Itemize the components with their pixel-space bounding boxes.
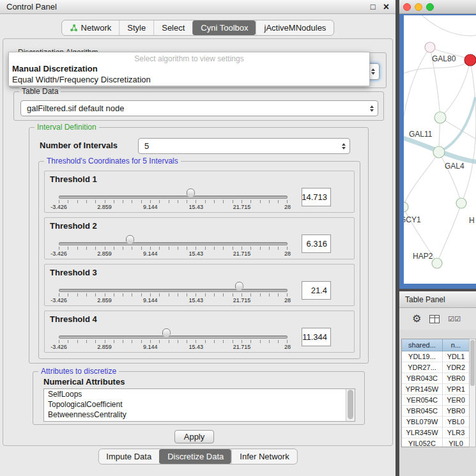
attribute-item[interactable]: SelfLoops — [44, 389, 355, 399]
table-row[interactable]: YER054CYER0 — [402, 395, 470, 406]
table-cell: YBL0 — [443, 417, 470, 427]
numerical-attributes-list[interactable]: SelfLoopsTopologicalCoefficientBetweenne… — [43, 388, 355, 422]
table-cell: YBR0 — [443, 373, 470, 384]
tab-style[interactable]: Style — [119, 20, 153, 35]
node-label: GAL4 — [445, 162, 464, 171]
gear-icon[interactable]: ⚙ — [412, 314, 421, 324]
slider-thumb[interactable] — [187, 188, 195, 199]
network-node[interactable] — [425, 42, 435, 52]
cyni-toolbox-panel: Discretization Algorithm Select algorith… — [3, 38, 393, 446]
network-node[interactable] — [404, 202, 408, 212]
tab-label: Style — [127, 23, 146, 33]
float-window-icon[interactable]: □ — [371, 3, 376, 11]
numerical-attributes-label: Numerical Attributes — [43, 377, 125, 387]
table-row[interactable]: YBL079WYBL0 — [402, 417, 470, 427]
network-node[interactable] — [464, 54, 476, 66]
tab-label: Cyni Toolbox — [201, 23, 248, 33]
table-row[interactable]: YLR345WYLR3 — [402, 427, 470, 438]
threshold-value-field[interactable]: 21.4 — [302, 281, 331, 300]
network-node[interactable] — [433, 146, 445, 158]
table-cell: YLR3 — [443, 427, 470, 438]
tab-label: Select — [162, 23, 185, 33]
scale-tick-label: -3.426 — [50, 344, 67, 350]
interval-definition-group: Interval Definition Number of Intervals … — [29, 127, 369, 364]
table-scrollbar[interactable] — [469, 339, 476, 447]
tab-discretize-data[interactable]: Discretize Data — [159, 449, 231, 464]
thresholds-group: Threshold's Coordinates for 5 Intervals … — [38, 161, 360, 359]
table-cell: YPR145W — [402, 384, 443, 395]
panel-title: Control Panel — [6, 2, 57, 12]
table-row[interactable]: YPR145WYPR1 — [402, 384, 470, 395]
network-node[interactable] — [456, 198, 466, 208]
combo-value: galFiltered.sif default node — [27, 104, 124, 113]
select-checkboxes-icon[interactable]: ☑☑ — [448, 315, 461, 323]
scale-tick-label: 9.144 — [143, 344, 158, 350]
network-node[interactable] — [432, 258, 442, 268]
num-intervals-label: Number of Intervals — [40, 141, 118, 150]
scale-tick-label: 15.43 — [189, 297, 204, 303]
dropdown-option-equal-width[interactable]: Equal Width/Frequency Discretization — [9, 74, 369, 85]
apply-button[interactable]: Apply — [174, 430, 214, 443]
table-row[interactable]: YBR043CYBR0 — [402, 373, 470, 384]
threshold-panel: Threshold 4 -3.4262.8599.14415.4321.7152… — [44, 311, 355, 353]
table-row[interactable]: YDR27...YDR2 — [402, 362, 470, 373]
threshold-slider[interactable] — [59, 289, 288, 292]
mac-close-button[interactable] — [403, 3, 411, 11]
tab-jactivemnodules[interactable]: jActiveMNodules — [256, 20, 334, 35]
slider-thumb[interactable] — [235, 282, 243, 292]
dropdown-option-manual[interactable]: Manual Discretization — [9, 63, 369, 74]
threshold-slider[interactable] — [59, 242, 288, 245]
tab-cyni-toolbox[interactable]: Cyni Toolbox — [192, 20, 256, 35]
network-canvas[interactable]: GAL80GAL11GAL4GCY1HHAP2 — [404, 15, 476, 284]
table-row[interactable]: YBR045CYBR0 — [402, 406, 470, 417]
slider-thumb[interactable] — [126, 235, 134, 245]
threshold-value-field[interactable]: 14.713 — [302, 188, 331, 206]
threshold-panel: Threshold 1 -3.4262.8599.14415.4321.7152… — [44, 171, 355, 213]
table-panel-window: Table Panel ⚙ ☑☑ shared...n... YDL19...Y… — [399, 291, 476, 476]
control-panel-window: Control Panel □ × Network Style Select C… — [0, 0, 395, 476]
scale-tick-label: 21.715 — [233, 297, 251, 303]
table-row[interactable]: YDL19...YDL1 — [402, 351, 470, 362]
close-icon[interactable]: × — [383, 2, 389, 12]
table-column-header[interactable]: shared... — [402, 339, 443, 351]
table-data-combo[interactable]: galFiltered.sif default node — [20, 100, 378, 116]
control-panel-titlebar: Control Panel □ × — [0, 0, 395, 14]
tab-infer-network[interactable]: Infer Network — [231, 449, 296, 464]
table-toolbar: ⚙ ☑☑ — [399, 308, 476, 330]
node-label: HAP2 — [413, 252, 433, 261]
num-intervals-combo[interactable]: 5 — [138, 138, 350, 154]
slider-ticks — [59, 340, 288, 343]
scale-tick-label: 9.144 — [143, 204, 158, 210]
network-node[interactable] — [434, 112, 446, 123]
scrollbar-thumb[interactable] — [470, 340, 475, 386]
threshold-slider[interactable] — [59, 335, 288, 339]
node-label: GAL11 — [409, 130, 433, 139]
table-row[interactable]: YIL052CYIL0 — [402, 438, 470, 447]
scale-tick-label: 2.859 — [97, 250, 112, 257]
attribute-item[interactable]: TopologicalCoefficient — [44, 399, 355, 410]
tab-impute-data[interactable]: Impute Data — [98, 449, 159, 464]
scale-tick-label: 2.859 — [97, 297, 112, 303]
table-cell: YER0 — [443, 395, 470, 406]
attribute-item[interactable]: BetweennessCentrality — [44, 410, 355, 420]
mac-minimize-button[interactable] — [415, 3, 422, 11]
mac-zoom-button[interactable] — [426, 3, 434, 11]
column-selector-icon[interactable] — [429, 315, 440, 323]
table-cell: YLR345W — [402, 427, 443, 438]
threshold-value-field[interactable]: 6.316 — [302, 234, 331, 253]
threshold-scale: -3.4262.8599.14415.4321.71528 — [59, 344, 288, 351]
combo-stepper-icon — [342, 143, 346, 150]
node-label: GCY1 — [404, 215, 421, 224]
threshold-label: Threshold 2 — [50, 221, 97, 231]
slider-thumb[interactable] — [162, 328, 171, 339]
threshold-slider[interactable] — [59, 196, 288, 199]
node-label: H — [469, 216, 475, 225]
scale-tick-label: 21.715 — [233, 344, 251, 350]
list-scrollbar[interactable] — [346, 389, 355, 421]
table-column-header[interactable]: n... — [443, 339, 470, 351]
scrollbar-thumb[interactable] — [348, 390, 353, 419]
tab-network[interactable]: Network — [62, 20, 119, 35]
tab-select[interactable]: Select — [153, 20, 192, 35]
table-cell: YPR1 — [443, 384, 470, 395]
threshold-value-field[interactable]: 11.344 — [302, 328, 331, 346]
